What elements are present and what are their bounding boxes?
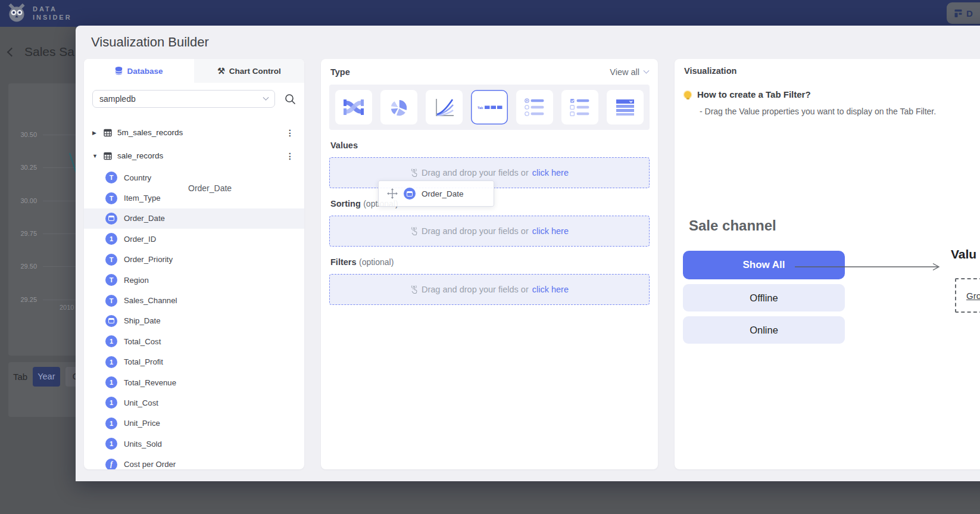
- brand-logo[interactable]: DATA INSIDER: [6, 2, 72, 24]
- text-field-icon: T: [105, 192, 117, 204]
- database-select[interactable]: sampledb: [92, 90, 275, 108]
- field-item-unit-cost[interactable]: 1Unit_Cost: [92, 392, 296, 413]
- field-item-unit-price[interactable]: 1Unit_Price: [92, 413, 296, 434]
- dashboard-button-label: D: [966, 8, 973, 18]
- field-name: Order_ID: [124, 235, 156, 244]
- table-node-sale-records[interactable]: ▼ sale_records ⋮: [92, 144, 296, 167]
- text-field-icon: T: [105, 295, 117, 307]
- field-name: Total_Profit: [124, 357, 163, 366]
- chart-type-line[interactable]: [426, 90, 463, 124]
- field-item-units-sold[interactable]: 1Units_Sold: [92, 434, 296, 454]
- field-name: Region: [124, 276, 149, 285]
- date-field-icon: [105, 315, 117, 327]
- function-field-icon: f: [105, 459, 117, 469]
- field-item-sales-channel[interactable]: TSales_Channel: [92, 290, 296, 310]
- tab-database-label: Database: [127, 67, 163, 76]
- sorting-click-here-link[interactable]: click here: [532, 226, 569, 236]
- table-icon: [104, 152, 112, 160]
- caret-down-icon[interactable]: ▼: [92, 153, 98, 159]
- brand-line1: DATA: [33, 5, 72, 13]
- tab-database[interactable]: Database: [84, 59, 194, 83]
- tab-chart-control-label: Chart Control: [229, 67, 281, 76]
- table-node-5m-sales-records[interactable]: ▶ 5m_sales_records ⋮: [92, 121, 296, 144]
- chart-type-checkbox-list[interactable]: [561, 90, 598, 124]
- chart-type-sankey[interactable]: [335, 90, 372, 124]
- filters-dropzone[interactable]: Drag and drop your fields or click here: [329, 274, 650, 305]
- visualization-label: Visualization: [684, 66, 980, 76]
- chart-type-tab-filter[interactable]: Tab: [471, 90, 508, 124]
- radio-list-icon: [523, 95, 547, 119]
- kebab-menu-icon[interactable]: ⋮: [284, 151, 296, 161]
- lightbulb-icon: [684, 91, 691, 98]
- table-tree: ▶ 5m_sales_records ⋮: [92, 121, 296, 469]
- brand-line2: INSIDER: [33, 13, 72, 21]
- screen: Sales Sa 30.50 30.25 30.00 29.75 29.50 2…: [0, 0, 980, 514]
- date-field-icon: [105, 213, 117, 225]
- field-item-order-priority[interactable]: TOrder_Priority: [92, 250, 296, 270]
- dropzone-placeholder: Drag and drop your fields or: [422, 226, 529, 236]
- field-item-region[interactable]: TRegion: [92, 270, 296, 290]
- values-click-here-link[interactable]: click here: [532, 168, 569, 177]
- topbar: DATA INSIDER D: [0, 0, 980, 27]
- number-field-icon: 1: [105, 233, 117, 245]
- chart-type-table[interactable]: [607, 90, 644, 124]
- number-field-icon: 1: [105, 438, 117, 450]
- dropzone-placeholder: Drag and drop your fields or: [422, 168, 529, 177]
- field-item-total-revenue[interactable]: 1Total_Revenue: [92, 372, 296, 392]
- text-field-icon: T: [105, 274, 117, 286]
- tap-hand-icon: [410, 285, 418, 294]
- chevron-down-icon: [644, 67, 650, 73]
- drag-ghost-label: Order_Date: [188, 183, 232, 193]
- tip-title: How to create a Tab Filter?: [697, 89, 811, 99]
- field-item-order-date[interactable]: Order_Date: [84, 208, 304, 229]
- checkbox-list-icon: [568, 95, 592, 119]
- dragging-field-card[interactable]: Order_Date: [378, 180, 494, 207]
- back-chevron-icon[interactable]: [7, 47, 17, 57]
- filters-label: Filters: [330, 257, 357, 267]
- annotation-box[interactable]: Gro: [955, 278, 980, 313]
- filters-click-here-link[interactable]: click here: [532, 285, 569, 294]
- search-icon[interactable]: [285, 94, 296, 105]
- page-title: Sales Sa: [24, 45, 74, 59]
- date-field-icon: [404, 188, 416, 200]
- caret-right-icon[interactable]: ▶: [92, 130, 98, 136]
- tip-header: How to create a Tab Filter?: [684, 89, 980, 99]
- field-item-order-id[interactable]: 1Order_ID: [92, 229, 296, 249]
- number-field-icon: 1: [105, 397, 117, 409]
- field-name: Ship_Date: [124, 316, 161, 325]
- chart-type-radio-list[interactable]: [516, 90, 553, 124]
- type-label: Type: [330, 67, 350, 77]
- tools-icon: ⚒: [217, 67, 225, 75]
- online-button[interactable]: Online: [683, 316, 845, 344]
- field-item-cost-per-order[interactable]: fCost per Order: [92, 454, 296, 469]
- y-axis-tick: 29.25: [8, 296, 37, 303]
- page-header: Sales Sa: [8, 45, 74, 59]
- field-name: Order_Priority: [124, 255, 173, 264]
- offline-button[interactable]: Offline: [683, 284, 845, 311]
- line-chart-icon: [432, 95, 456, 119]
- field-item-ship-date[interactable]: Ship_Date: [92, 311, 296, 331]
- text-field-icon: T: [105, 254, 117, 266]
- text-field-icon: T: [105, 172, 117, 183]
- kebab-menu-icon[interactable]: ⋮: [284, 128, 296, 138]
- table-chart-icon: [613, 95, 637, 119]
- annotation-box-link[interactable]: Gro: [966, 291, 980, 301]
- chart-type-strip: Tab: [329, 85, 650, 130]
- sorting-label: Sorting: [330, 199, 361, 208]
- move-icon: [387, 188, 398, 199]
- svg-text:Tab: Tab: [477, 106, 483, 110]
- field-name: Sales_Channel: [124, 296, 177, 305]
- tab-filter-year-button[interactable]: Year: [33, 367, 60, 387]
- tab-chart-control[interactable]: ⚒ Chart Control: [194, 59, 304, 83]
- y-axis-tick: 29.50: [8, 263, 37, 270]
- field-name: Total_Revenue: [124, 378, 176, 387]
- field-item-total-cost[interactable]: 1Total_Cost: [92, 331, 296, 351]
- table-name: sale_records: [117, 151, 163, 160]
- sorting-dropzone[interactable]: Drag and drop your fields or click here: [329, 216, 650, 247]
- number-field-icon: 1: [105, 335, 117, 347]
- dashboard-button[interactable]: D: [947, 2, 980, 24]
- chart-type-pie[interactable]: [380, 90, 417, 124]
- field-name: Cost per Order: [124, 460, 176, 469]
- view-all-button[interactable]: View all: [610, 67, 648, 77]
- field-item-total-profit[interactable]: 1Total_Profit: [92, 352, 296, 372]
